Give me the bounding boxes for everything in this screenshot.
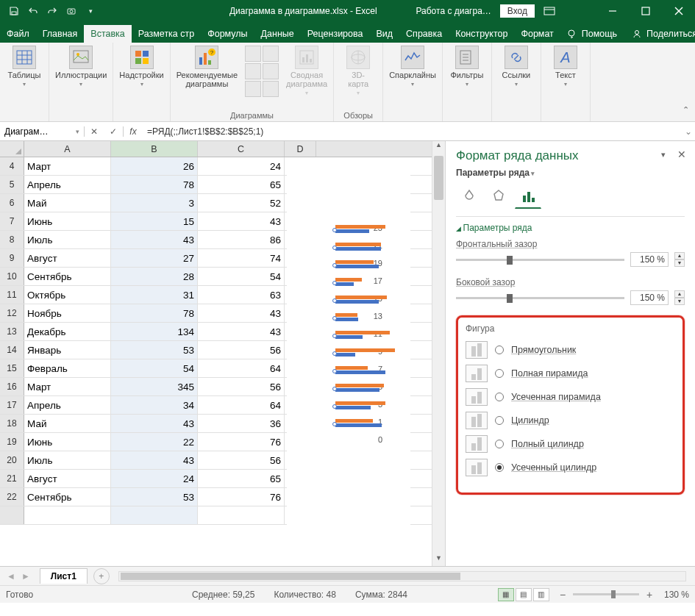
row-header[interactable]: 9 — [0, 249, 24, 267]
cell[interactable]: Декабрь — [24, 323, 111, 340]
row-header[interactable]: 15 — [0, 359, 24, 377]
row-header[interactable]: 20 — [0, 451, 24, 469]
row-header[interactable]: 16 — [0, 378, 24, 395]
chart-bar[interactable] — [335, 384, 407, 393]
scroll-thumb[interactable] — [434, 156, 443, 200]
cell[interactable]: 65 — [198, 176, 285, 193]
row-header[interactable]: 7 — [0, 212, 24, 230]
gap-width-down[interactable]: ▼ — [674, 298, 685, 305]
scroll-up-icon[interactable]: ▲ — [432, 141, 445, 153]
name-box[interactable]: Диаграм…▾ — [0, 126, 85, 137]
tab-help[interactable]: Справка — [399, 25, 449, 43]
cell[interactable]: Апрель — [24, 396, 111, 414]
tab-file[interactable]: Файл — [0, 25, 36, 43]
cell[interactable]: Август — [24, 470, 111, 487]
gap-depth-slider[interactable] — [456, 259, 624, 261]
gap-width-up[interactable]: ▲ — [674, 290, 685, 298]
row-header[interactable]: 17 — [0, 396, 24, 414]
tab-data[interactable]: Данные — [254, 25, 301, 43]
filters-button[interactable]: Фильтры▾ — [449, 46, 485, 87]
cell[interactable]: 56 — [198, 341, 285, 359]
save-icon[interactable] — [7, 4, 21, 18]
area-chart-icon[interactable] — [263, 63, 279, 79]
embedded-chart[interactable]: 23211917151311975310 — [287, 157, 410, 548]
format-pane-subtitle[interactable]: Параметры ряда▾ — [446, 168, 695, 184]
chart-bar[interactable] — [335, 243, 407, 251]
cell[interactable]: Ноябрь — [24, 304, 111, 322]
col-header-a[interactable]: A — [24, 141, 111, 157]
recommended-charts-button[interactable]: ?Рекомендуемые диаграммы — [177, 46, 238, 88]
cell[interactable]: 56 — [198, 451, 285, 469]
gap-width-slider[interactable] — [456, 297, 624, 299]
cell[interactable]: 78 — [111, 304, 198, 322]
cell[interactable]: 134 — [111, 323, 198, 340]
illustrations-button[interactable]: Иллюстрации▾ — [55, 46, 107, 87]
cell[interactable]: 65 — [198, 470, 285, 487]
redo-icon[interactable] — [46, 4, 59, 18]
scroll-down-icon[interactable]: ▼ — [432, 554, 445, 566]
close-button[interactable] — [662, 0, 695, 22]
shape-option[interactable]: Полная пирамида — [466, 365, 675, 382]
undo-icon[interactable] — [26, 4, 40, 18]
row-header[interactable]: 6 — [0, 194, 24, 212]
pie-chart-icon[interactable] — [245, 63, 261, 79]
col-header-b[interactable]: B — [111, 141, 198, 157]
addins-button[interactable]: Надстройки▾ — [119, 46, 163, 87]
login-button[interactable]: Вход — [500, 4, 535, 18]
qat-dropdown-icon[interactable]: ▾ — [84, 4, 97, 18]
cell[interactable]: 345 — [111, 378, 198, 395]
radio-icon[interactable] — [495, 463, 504, 472]
row-header[interactable]: 13 — [0, 323, 24, 340]
row-header[interactable]: 12 — [0, 304, 24, 322]
cell[interactable]: Июль — [24, 231, 111, 248]
row-header[interactable] — [0, 506, 24, 524]
shape-option[interactable]: Усеченная пирамида — [466, 388, 675, 406]
tables-button[interactable]: Таблицы▾ — [6, 46, 43, 87]
chart-bar[interactable] — [335, 348, 407, 357]
insert-function-icon[interactable]: fx — [124, 126, 143, 137]
row-header[interactable]: 21 — [0, 470, 24, 487]
share-label[interactable]: Поделиться — [646, 29, 695, 39]
cell[interactable]: 64 — [198, 359, 285, 377]
tab-review[interactable]: Рецензирова — [301, 25, 370, 43]
cell[interactable]: 22 — [111, 433, 198, 451]
cell[interactable]: Март — [24, 157, 111, 175]
page-layout-view-icon[interactable]: ▤ — [516, 588, 532, 601]
cell[interactable]: 43 — [198, 212, 285, 230]
zoom-out-button[interactable]: − — [557, 589, 569, 601]
cell[interactable]: 15 — [111, 212, 198, 230]
cell[interactable]: 24 — [111, 470, 198, 487]
expand-formula-bar-icon[interactable]: ⌄ — [682, 126, 695, 137]
chart-bar[interactable] — [335, 225, 407, 234]
normal-view-icon[interactable]: ▦ — [498, 588, 514, 601]
cancel-formula-icon[interactable]: ✕ — [85, 126, 104, 137]
maximize-button[interactable] — [629, 0, 662, 22]
minimize-button[interactable] — [596, 0, 629, 22]
enter-formula-icon[interactable]: ✓ — [104, 126, 123, 137]
cell[interactable]: 43 — [198, 304, 285, 322]
cell[interactable]: Сентябрь — [24, 488, 111, 506]
cell[interactable]: 63 — [198, 286, 285, 304]
vertical-scrollbar[interactable]: ▲ ▼ — [432, 141, 445, 566]
cell[interactable]: 34 — [111, 396, 198, 414]
shape-option[interactable]: Цилиндр — [466, 412, 675, 429]
cell[interactable]: 28 — [111, 268, 198, 285]
gap-depth-up[interactable]: ▲ — [674, 252, 685, 259]
select-all-button[interactable] — [0, 141, 24, 157]
cell[interactable]: 3 — [111, 194, 198, 212]
gap-depth-down[interactable]: ▼ — [674, 259, 685, 267]
chart-bar[interactable] — [335, 313, 407, 322]
cell[interactable]: 43 — [198, 323, 285, 340]
collapse-ribbon-icon[interactable]: ⌃ — [679, 105, 692, 118]
cell[interactable]: Апрель — [24, 176, 111, 193]
horizontal-scrollbar[interactable] — [118, 571, 686, 581]
3d-map-button[interactable]: 3D- карта▾ — [340, 46, 377, 96]
pane-options-icon[interactable]: ▾ — [661, 150, 666, 160]
chart-bar[interactable] — [335, 278, 407, 287]
row-header[interactable]: 19 — [0, 433, 24, 451]
row-header[interactable]: 22 — [0, 488, 24, 506]
radio-icon[interactable] — [495, 440, 504, 448]
map-chart-icon[interactable] — [263, 81, 279, 97]
links-button[interactable]: Ссылки▾ — [498, 46, 535, 87]
ribbon-display-icon[interactable] — [543, 6, 555, 16]
